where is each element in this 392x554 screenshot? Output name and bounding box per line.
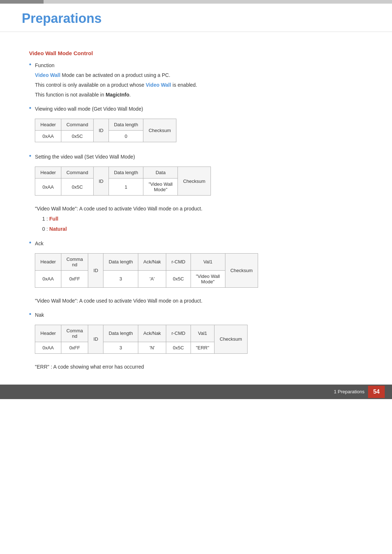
bullet-content-5: Nak Header Command ID Data length Ack/Na… (35, 311, 363, 373)
bullet-dot-2: • (29, 104, 31, 112)
full-label: Full (49, 216, 58, 222)
t4-h-datalength: Data length (103, 325, 138, 342)
t4-h-header: Header (35, 325, 61, 342)
footer: 1 Preparations 54 (0, 385, 392, 399)
text-line-2: This control is only available on a prod… (35, 81, 363, 89)
section-title: Video Wall Mode Control (29, 50, 363, 56)
t1-r-datalength: 0 (109, 131, 143, 142)
bullet-dot-3: • (29, 152, 31, 160)
num1: 1 : Full (42, 215, 363, 223)
t3-h-rcmd: r-CMD (166, 253, 191, 270)
t1-h-command: Command (61, 119, 93, 131)
text-line-1-rest: Mode can be activated on a product using… (62, 72, 170, 78)
t1-h-datalength: Data length (109, 119, 143, 131)
t2-h-data: Data (143, 167, 178, 178)
bullet-function: • Function Video Wall Mode can be activa… (29, 62, 363, 101)
natural-label: Natural (49, 226, 67, 232)
footer-page: 54 (368, 386, 385, 398)
t2-r-datalength: 1 (109, 178, 143, 196)
table2: Header Command ID Data length Data Check… (35, 167, 211, 196)
t4-h-acknak: Ack/Nak (138, 325, 166, 342)
table1: Header Command ID Data length Checksum 0… (35, 119, 176, 142)
t3-h-id: ID (88, 253, 103, 287)
t3-h-checksum: Checksum (225, 253, 258, 287)
t4-h-checksum: Checksum (215, 325, 247, 353)
bullet-content-3: Setting the video wall (Set Video Wall M… (35, 153, 363, 235)
desc3: "ERR" : A code showing what error has oc… (35, 363, 363, 371)
t4-r-command: 0xFF (61, 342, 88, 353)
table4: Header Command ID Data length Ack/Nak r-… (35, 325, 247, 354)
t4-h-command: Command (61, 325, 88, 342)
table4-wrapper: Header Command ID Data length Ack/Nak r-… (35, 325, 247, 354)
page-title: Preparations (22, 11, 370, 26)
t4-r-acknak: 'N' (138, 342, 166, 353)
t3-h-header: Header (35, 253, 61, 270)
bullet-set: • Setting the video wall (Set Video Wall… (29, 153, 363, 235)
t3-r-val1: "Video WallMode" (191, 270, 225, 287)
t3-h-datalength: Data length (103, 253, 138, 270)
t4-h-id: ID (88, 325, 103, 353)
t3-h-acknak: Ack/Nak (138, 253, 166, 270)
top-bar (0, 0, 392, 4)
table3-wrapper: Header Command ID Data length Ack/Nak r-… (35, 253, 258, 288)
table3: Header Command ID Data length Ack/Nak r-… (35, 253, 258, 288)
bullet-content-4: Ack Header Command ID Data length Ack/Na… (35, 240, 363, 307)
ack-label: Ack (35, 240, 363, 247)
bullet-dot-1: • (29, 61, 31, 69)
page-container: Preparations Video Wall Mode Control • F… (0, 0, 392, 399)
num0: 0 : Natural (42, 225, 363, 233)
t2-r-header: 0xAA (35, 178, 61, 196)
table2-wrapper: Header Command ID Data length Data Check… (35, 167, 211, 196)
t2-r-data: "Video WallMode" (143, 178, 178, 196)
t3-r-rcmd: 0x5C (166, 270, 191, 287)
view-label: Viewing video wall mode (Get Video Wall … (35, 105, 363, 113)
desc2: "Video Wall Mode": A code used to activa… (35, 297, 363, 305)
video-wall-bold-2: Video Wall (146, 82, 171, 88)
t3-r-acknak: 'A' (138, 270, 166, 287)
text-line-3: This function is not available in MagicI… (35, 91, 363, 99)
table1-wrapper: Header Command ID Data length Checksum 0… (35, 119, 176, 142)
footer-label: 1 Preparations (334, 389, 365, 394)
t3-h-val1: Val1 (191, 253, 225, 270)
text-line-1: Video Wall Mode can be activated on a pr… (35, 71, 363, 79)
t4-h-rcmd: r-CMD (166, 325, 191, 342)
bullet-view: • Viewing video wall mode (Get Video Wal… (29, 105, 363, 149)
t1-r-command: 0x5C (61, 131, 93, 142)
t4-r-rcmd: 0x5C (166, 342, 191, 353)
t1-r-header: 0xAA (35, 131, 61, 142)
t3-r-command: 0xFF (61, 270, 88, 287)
function-label: Function (35, 62, 363, 69)
t1-h-id: ID (93, 119, 109, 142)
t2-h-command: Command (61, 167, 93, 178)
t2-h-header: Header (35, 167, 61, 178)
content-area: Video Wall Mode Control • Function Video… (0, 32, 392, 399)
t3-h-command: Command (61, 253, 88, 270)
bullet-content-2: Viewing video wall mode (Get Video Wall … (35, 105, 363, 149)
t2-r-command: 0x5C (61, 178, 93, 196)
bullet-dot-4: • (29, 239, 31, 247)
bullet-ack: • Ack Header Command ID Data length Ack/… (29, 240, 363, 307)
desc1: "Video Wall Mode": A code used to activa… (35, 205, 363, 213)
t2-h-checksum: Checksum (178, 167, 211, 196)
magicinfo-bold: MagicInfo (106, 92, 129, 98)
video-wall-bold-1: Video Wall (35, 72, 60, 78)
header-area: Preparations (0, 4, 392, 32)
bullet-dot-5: • (29, 311, 31, 318)
bullet-nak: • Nak Header Command ID Data length Ack/… (29, 311, 363, 373)
t4-r-datalength: 3 (103, 342, 138, 353)
set-label: Setting the video wall (Set Video Wall M… (35, 153, 363, 161)
t2-h-datalength: Data length (109, 167, 143, 178)
t4-r-val1: "ERR" (191, 342, 215, 353)
t1-h-header: Header (35, 119, 61, 131)
t3-r-datalength: 3 (103, 270, 138, 287)
t1-h-checksum: Checksum (143, 119, 176, 142)
bullet-content-1: Function Video Wall Mode can be activate… (35, 62, 363, 101)
nak-label: Nak (35, 311, 363, 319)
t4-r-header: 0xAA (35, 342, 61, 353)
t3-r-header: 0xAA (35, 270, 61, 287)
t4-h-val1: Val1 (191, 325, 215, 342)
t2-h-id: ID (93, 167, 109, 196)
